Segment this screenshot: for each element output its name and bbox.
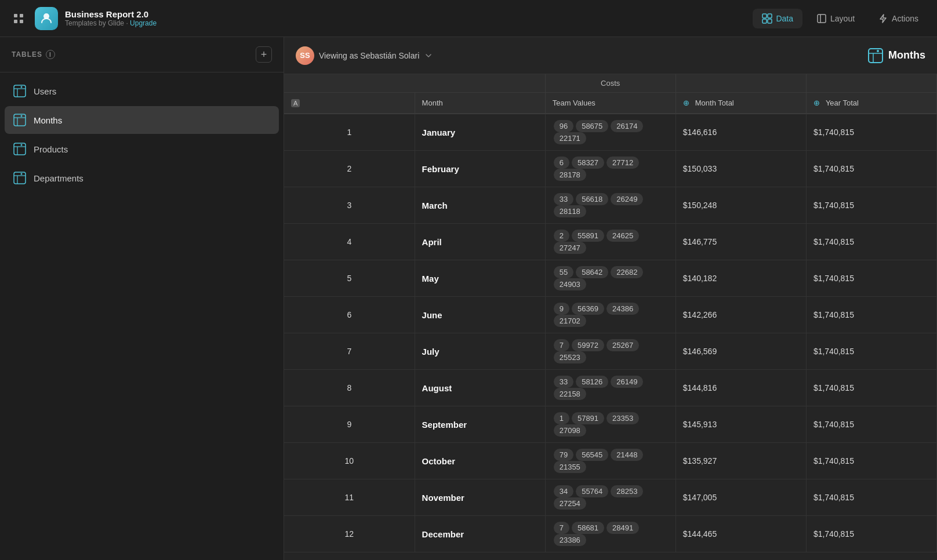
svg-rect-8 xyxy=(768,19,772,23)
table-row[interactable]: 9September1578912335327098$145,913$1,740… xyxy=(284,406,937,443)
col-header-year-total[interactable]: ⊕ Year Total xyxy=(806,93,936,114)
row-year-total: $1,740,815 xyxy=(806,151,936,187)
nav-layout[interactable]: Layout xyxy=(807,9,864,28)
row-number: 5 xyxy=(284,260,415,297)
row-year-total: $1,740,815 xyxy=(806,370,936,406)
top-bar: Business Report 2.0 Templates by Glide ·… xyxy=(0,0,937,37)
app-logo xyxy=(35,7,58,30)
sidebar-item-months[interactable]: Months xyxy=(5,106,279,134)
table-name-label: Months xyxy=(888,49,925,61)
departments-table-icon xyxy=(13,171,27,185)
table-row[interactable]: 5May55586422268224903$140,182$1,740,815 xyxy=(284,260,937,297)
row-number: 1 xyxy=(284,114,415,151)
data-table-container[interactable]: Costs A Mont xyxy=(284,74,937,560)
svg-rect-6 xyxy=(768,14,772,18)
table-row[interactable]: 3March33566182624928118$150,248$1,740,81… xyxy=(284,187,937,224)
months-table-icon xyxy=(13,113,27,127)
products-table-icon xyxy=(13,142,27,156)
row-number: 4 xyxy=(284,224,415,260)
row-month: March xyxy=(415,187,545,224)
row-year-total: $1,740,815 xyxy=(806,333,936,370)
row-number: 7 xyxy=(284,333,415,370)
sidebar-item-users-label: Users xyxy=(34,86,56,96)
menu-icon[interactable] xyxy=(9,9,28,28)
row-month: August xyxy=(415,370,545,406)
row-number: 6 xyxy=(284,297,415,333)
nav-data[interactable]: Data xyxy=(753,9,802,28)
viewing-as-label: Viewing as Sebastián Solari xyxy=(319,51,419,60)
table-toolbar: SS Viewing as Sebastián Solari xyxy=(284,37,937,74)
row-team-values: 33566182624928118 xyxy=(545,187,675,224)
nav-actions[interactable]: Actions xyxy=(869,9,928,28)
sidebar-item-products-label: Products xyxy=(34,144,68,154)
sidebar-header: TABLES i + xyxy=(0,37,284,72)
col-header-team-values[interactable]: Team Values xyxy=(545,93,675,114)
row-month: September xyxy=(415,406,545,443)
table-row[interactable]: 2February6583272771228178$150,033$1,740,… xyxy=(284,151,937,187)
svg-rect-23 xyxy=(14,172,26,184)
row-number: 2 xyxy=(284,151,415,187)
row-year-total: $1,740,815 xyxy=(806,114,936,151)
row-year-total: $1,740,815 xyxy=(806,224,936,260)
col-header-num: A xyxy=(284,93,415,114)
table-row[interactable]: 6June9563692438621702$142,266$1,740,815 xyxy=(284,297,937,333)
row-month-total: $144,816 xyxy=(675,370,806,406)
row-number: 9 xyxy=(284,406,415,443)
row-number: 8 xyxy=(284,370,415,406)
row-month-total: $146,775 xyxy=(675,224,806,260)
sidebar-item-departments-label: Departments xyxy=(34,173,83,183)
table-row[interactable]: 1January96586752617422171$146,616$1,740,… xyxy=(284,114,937,151)
table-name-badge: Months xyxy=(867,48,925,64)
row-year-total: $1,740,815 xyxy=(806,406,936,443)
table-row[interactable]: 11November34557642825327254$147,005$1,74… xyxy=(284,479,937,516)
table-body: 1January96586752617422171$146,616$1,740,… xyxy=(284,114,937,552)
svg-rect-15 xyxy=(14,114,26,126)
nav-data-label: Data xyxy=(776,14,793,23)
row-month: June xyxy=(415,297,545,333)
table-row[interactable]: 10October79565452144821355$135,927$1,740… xyxy=(284,443,937,479)
row-month-total: $140,182 xyxy=(675,260,806,297)
chevron-down-icon xyxy=(424,51,433,60)
table-name-icon xyxy=(867,48,884,64)
table-area: SS Viewing as Sebastián Solari xyxy=(284,37,937,560)
row-month-total: $146,616 xyxy=(675,114,806,151)
sidebar-item-departments[interactable]: Departments xyxy=(5,164,279,192)
row-month-total: $146,569 xyxy=(675,333,806,370)
row-team-values: 9563692438621702 xyxy=(545,297,675,333)
table-row[interactable]: 7July7599722526725523$146,569$1,740,815 xyxy=(284,333,937,370)
row-month: November xyxy=(415,479,545,516)
app-info: Business Report 2.0 Templates by Glide ·… xyxy=(65,9,157,27)
svg-rect-0 xyxy=(14,14,17,17)
col-header-month-total[interactable]: ⊕ Month Total xyxy=(675,93,806,114)
users-table-icon xyxy=(13,84,27,98)
sidebar-item-users[interactable]: Users xyxy=(5,77,279,105)
row-team-values: 96586752617422171 xyxy=(545,114,675,151)
viewing-as[interactable]: SS Viewing as Sebastián Solari xyxy=(296,46,433,65)
row-team-values: 6583272771228178 xyxy=(545,151,675,187)
svg-rect-3 xyxy=(20,20,23,23)
year-total-icon: ⊕ xyxy=(813,99,820,107)
table-row[interactable]: 12December7586812849123386$144,465$1,740… xyxy=(284,516,937,552)
col-header-month[interactable]: Month xyxy=(415,93,545,114)
table-row[interactable]: 8August33581262614922158$144,816$1,740,8… xyxy=(284,370,937,406)
sort-a-icon: A xyxy=(291,99,300,107)
column-header-row: A Month Team Values xyxy=(284,93,937,114)
row-month-total: $150,248 xyxy=(675,187,806,224)
row-month: July xyxy=(415,333,545,370)
sidebar-items: Users Months xyxy=(0,72,284,197)
month-total-icon: ⊕ xyxy=(683,99,689,107)
row-month: December xyxy=(415,516,545,552)
app-subtitle: Templates by Glide · Upgrade xyxy=(65,19,157,27)
table-row[interactable]: 4April2558912462527247$146,775$1,740,815 xyxy=(284,224,937,260)
sidebar: TABLES i + Users xyxy=(0,37,284,560)
svg-point-30 xyxy=(877,50,879,52)
sidebar-item-products[interactable]: Products xyxy=(5,135,279,163)
row-year-total: $1,740,815 xyxy=(806,516,936,552)
avatar: SS xyxy=(296,46,314,65)
layout-icon xyxy=(816,13,827,24)
svg-rect-11 xyxy=(14,85,26,97)
row-team-values: 79565452144821355 xyxy=(545,443,675,479)
info-icon[interactable]: i xyxy=(46,50,55,59)
upgrade-link[interactable]: Upgrade xyxy=(130,19,157,27)
add-table-button[interactable]: + xyxy=(256,46,272,63)
